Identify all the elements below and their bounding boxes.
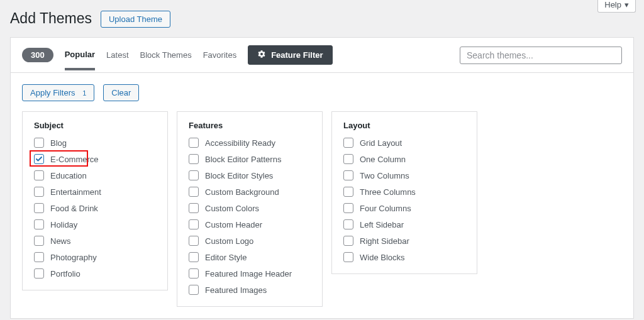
- filter-option-block-editor-styles[interactable]: Block Editor Styles: [189, 170, 311, 180]
- filter-option-label: Accessibility Ready: [205, 138, 275, 148]
- filter-option-blog[interactable]: Blog: [34, 138, 156, 148]
- search-input[interactable]: [460, 47, 622, 64]
- filter-option-label: Three Columns: [360, 187, 416, 197]
- filter-option-label: Featured Image Header: [205, 269, 292, 279]
- filter-option-label: Holiday: [50, 220, 77, 229]
- filter-option-portfolio[interactable]: Portfolio: [34, 268, 156, 279]
- checkbox[interactable]: [343, 236, 353, 246]
- filter-option-two-columns[interactable]: Two Columns: [343, 170, 465, 180]
- chevron-down-icon: ▾: [625, 0, 629, 9]
- filter-option-food-drink[interactable]: Food & Drink: [34, 203, 156, 213]
- tab-block-themes[interactable]: Block Themes: [140, 50, 192, 60]
- filter-option-label: Blog: [50, 138, 67, 148]
- column-heading-layout: Layout: [343, 121, 465, 130]
- checkbox[interactable]: [189, 138, 199, 148]
- clear-filters-button[interactable]: Clear: [103, 84, 139, 101]
- checkbox[interactable]: [189, 219, 199, 229]
- filter-option-custom-colors[interactable]: Custom Colors: [189, 203, 311, 213]
- filter-option-label: Custom Logo: [205, 236, 253, 246]
- tab-latest[interactable]: Latest: [106, 50, 128, 60]
- filter-option-education[interactable]: Education: [34, 170, 156, 180]
- filter-option-label: Custom Colors: [205, 204, 259, 213]
- filter-option-label: Editor Style: [205, 253, 247, 262]
- checkbox[interactable]: [189, 154, 199, 164]
- tab-favorites[interactable]: Favorites: [203, 50, 236, 60]
- filter-option-label: Wide Blocks: [360, 253, 405, 262]
- help-label: Help: [604, 0, 621, 9]
- filter-option-custom-logo[interactable]: Custom Logo: [189, 236, 311, 246]
- filter-option-label: Photography: [50, 253, 97, 262]
- feature-filter-button[interactable]: Feature Filter: [248, 45, 332, 65]
- checkbox[interactable]: [34, 219, 44, 229]
- checkbox[interactable]: [34, 138, 44, 148]
- apply-filters-label: Apply Filters: [30, 88, 75, 97]
- filter-option-label: Four Columns: [360, 204, 411, 213]
- checkbox[interactable]: [189, 170, 199, 180]
- checkbox[interactable]: [343, 219, 353, 229]
- checkbox[interactable]: [343, 170, 353, 180]
- filter-option-label: Block Editor Styles: [205, 171, 273, 180]
- checkbox[interactable]: [34, 154, 44, 164]
- checkbox[interactable]: [343, 187, 353, 197]
- apply-filters-button[interactable]: Apply Filters 1: [22, 84, 94, 101]
- filter-option-label: Custom Background: [205, 187, 279, 197]
- filter-option-holiday[interactable]: Holiday: [34, 219, 156, 229]
- checkbox[interactable]: [343, 203, 353, 213]
- filter-option-custom-header[interactable]: Custom Header: [189, 219, 311, 229]
- filter-option-label: Featured Images: [205, 285, 267, 295]
- filter-option-photography[interactable]: Photography: [34, 252, 156, 262]
- checkbox[interactable]: [343, 138, 353, 148]
- checkbox[interactable]: [34, 170, 44, 180]
- filter-option-label: Left Sidebar: [360, 220, 404, 229]
- column-heading-features: Features: [189, 121, 311, 130]
- filter-option-one-column[interactable]: One Column: [343, 154, 465, 164]
- filter-option-block-editor-patterns[interactable]: Block Editor Patterns: [189, 154, 311, 164]
- filter-option-entertainment[interactable]: Entertainment: [34, 187, 156, 197]
- checkbox[interactable]: [189, 252, 199, 262]
- checkbox[interactable]: [189, 236, 199, 246]
- checkbox[interactable]: [189, 187, 199, 197]
- filter-option-label: Portfolio: [50, 269, 80, 279]
- filter-option-label: E-Commerce: [50, 155, 99, 164]
- checkbox[interactable]: [34, 268, 44, 279]
- filter-option-label: News: [50, 236, 71, 246]
- filter-option-label: Two Columns: [360, 171, 409, 180]
- checkbox[interactable]: [34, 187, 44, 197]
- filter-option-label: Education: [50, 171, 87, 180]
- filter-column-subject: Subject BlogE-CommerceEducationEntertain…: [22, 111, 168, 290]
- filter-panel: Apply Filters 1 Clear Subject BlogE-Comm…: [10, 73, 634, 319]
- feature-filter-label: Feature Filter: [271, 50, 323, 60]
- checkbox[interactable]: [34, 203, 44, 213]
- filter-option-editor-style[interactable]: Editor Style: [189, 252, 311, 262]
- checkbox[interactable]: [343, 154, 353, 164]
- checkbox[interactable]: [34, 252, 44, 262]
- filter-option-four-columns[interactable]: Four Columns: [343, 203, 465, 213]
- page-title: Add Themes: [10, 6, 92, 32]
- filter-option-featured-images[interactable]: Featured Images: [189, 285, 311, 295]
- filter-column-layout: Layout Grid LayoutOne ColumnTwo ColumnsT…: [331, 111, 477, 274]
- filter-option-right-sidebar[interactable]: Right Sidebar: [343, 236, 465, 246]
- gear-icon: [257, 50, 266, 60]
- help-toggle[interactable]: Help ▾: [597, 0, 636, 13]
- filter-option-custom-background[interactable]: Custom Background: [189, 187, 311, 197]
- filter-option-news[interactable]: News: [34, 236, 156, 246]
- tab-popular[interactable]: Popular: [65, 50, 95, 70]
- checkbox[interactable]: [34, 236, 44, 246]
- checkbox[interactable]: [343, 252, 353, 262]
- filter-option-accessibility-ready[interactable]: Accessibility Ready: [189, 138, 311, 148]
- filter-option-three-columns[interactable]: Three Columns: [343, 187, 465, 197]
- filter-option-e-commerce[interactable]: E-Commerce: [34, 154, 156, 164]
- filter-option-left-sidebar[interactable]: Left Sidebar: [343, 219, 465, 229]
- result-count: 300: [22, 48, 53, 62]
- checkbox[interactable]: [189, 268, 199, 279]
- filter-option-grid-layout[interactable]: Grid Layout: [343, 138, 465, 148]
- filter-option-wide-blocks[interactable]: Wide Blocks: [343, 252, 465, 262]
- filter-option-label: One Column: [360, 155, 406, 164]
- upload-theme-button[interactable]: Upload Theme: [101, 11, 170, 28]
- filter-option-label: Block Editor Patterns: [205, 155, 281, 164]
- filter-option-label: Grid Layout: [360, 138, 402, 148]
- checkbox[interactable]: [189, 203, 199, 213]
- filter-option-featured-image-header[interactable]: Featured Image Header: [189, 268, 311, 279]
- filter-option-label: Entertainment: [50, 187, 101, 197]
- checkbox[interactable]: [189, 285, 199, 295]
